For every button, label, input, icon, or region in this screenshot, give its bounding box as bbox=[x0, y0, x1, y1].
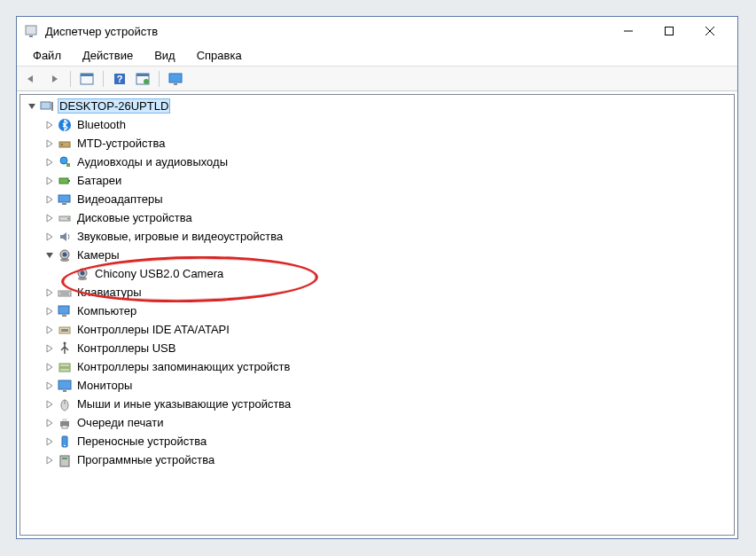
chevron-right-icon[interactable] bbox=[43, 305, 56, 317]
tree-category[interactable]: Клавиатуры bbox=[20, 283, 734, 301]
help-button[interactable]: ? bbox=[109, 69, 130, 89]
portable-icon bbox=[58, 435, 72, 449]
chevron-down-icon[interactable] bbox=[43, 249, 56, 262]
category-label: Контроллеры USB bbox=[75, 341, 177, 355]
app-icon bbox=[24, 24, 38, 38]
tree-category[interactable]: Камеры bbox=[20, 246, 734, 264]
chevron-right-icon[interactable] bbox=[43, 435, 56, 448]
chevron-right-icon[interactable] bbox=[43, 286, 56, 299]
svg-rect-23 bbox=[68, 180, 70, 182]
svg-rect-22 bbox=[59, 178, 68, 184]
svg-rect-25 bbox=[62, 203, 66, 205]
tree-category[interactable]: Очереди печати bbox=[20, 413, 734, 432]
disk-icon bbox=[58, 211, 72, 225]
chevron-right-icon[interactable] bbox=[43, 212, 56, 224]
svg-point-33 bbox=[81, 270, 85, 275]
chevron-right-icon[interactable] bbox=[43, 398, 56, 411]
chevron-right-icon[interactable] bbox=[43, 193, 56, 206]
chevron-down-icon[interactable] bbox=[26, 100, 38, 113]
svg-rect-1 bbox=[29, 35, 33, 37]
tree-category[interactable]: Батареи bbox=[20, 171, 734, 190]
tree-category[interactable]: Контроллеры запоминающих устройств bbox=[20, 357, 734, 376]
svg-rect-54 bbox=[62, 458, 67, 459]
category-label: Программные устройства bbox=[75, 453, 216, 466]
chevron-right-icon[interactable] bbox=[43, 324, 56, 336]
content-area: DESKTOP-26UPTLD BluetoothMTD-устройстваА… bbox=[17, 91, 737, 538]
computer-icon bbox=[40, 99, 54, 114]
tree-root[interactable]: DESKTOP-26UPTLD bbox=[20, 97, 734, 115]
svg-rect-15 bbox=[41, 102, 51, 109]
svg-rect-13 bbox=[169, 74, 182, 82]
svg-rect-45 bbox=[63, 390, 66, 392]
svg-rect-21 bbox=[66, 163, 70, 167]
tree-category[interactable]: Bluetooth bbox=[20, 115, 734, 134]
mtd-icon bbox=[58, 137, 72, 151]
device-manager-window: Диспетчер устройств Файл Действие Вид Сп… bbox=[16, 16, 738, 539]
root-label: DESKTOP-26UPTLD bbox=[58, 98, 170, 114]
category-label: Очереди печати bbox=[75, 416, 166, 429]
menu-file[interactable]: Файл bbox=[24, 47, 70, 64]
tree-category[interactable]: Контроллеры IDE ATA/ATAPI bbox=[20, 320, 734, 339]
close-button[interactable] bbox=[690, 18, 730, 44]
tree-category[interactable]: Программные устройства bbox=[20, 450, 734, 469]
chevron-right-icon[interactable] bbox=[43, 454, 56, 466]
tree-category[interactable]: Аудиовходы и аудиовыходы bbox=[20, 153, 734, 171]
category-label: Клавиатуры bbox=[75, 286, 144, 299]
svg-rect-34 bbox=[58, 291, 71, 296]
tree-category[interactable]: Компьютер bbox=[20, 301, 734, 320]
toolbar-separator bbox=[70, 71, 71, 87]
svg-rect-38 bbox=[62, 315, 66, 317]
show-hidden-button[interactable] bbox=[76, 69, 97, 89]
chevron-right-icon[interactable] bbox=[43, 175, 56, 187]
chevron-right-icon[interactable] bbox=[43, 361, 56, 373]
menubar: Файл Действие Вид Справка bbox=[17, 45, 737, 67]
ide-icon bbox=[58, 323, 72, 337]
svg-text:?: ? bbox=[117, 74, 123, 84]
tree-category[interactable]: Звуковые, игровые и видеоустройства bbox=[20, 227, 734, 246]
titlebar: Диспетчер устройств bbox=[17, 17, 737, 45]
tree-category[interactable]: Дисковые устройства bbox=[20, 208, 734, 227]
menu-view[interactable]: Вид bbox=[145, 47, 184, 64]
chevron-right-icon[interactable] bbox=[43, 342, 56, 355]
tree-category[interactable]: Контроллеры USB bbox=[20, 339, 734, 357]
maximize-button[interactable] bbox=[649, 18, 690, 44]
svg-rect-49 bbox=[62, 419, 67, 421]
svg-rect-42 bbox=[59, 364, 70, 367]
chevron-right-icon[interactable] bbox=[43, 137, 56, 150]
chevron-right-icon[interactable] bbox=[43, 417, 56, 429]
bluetooth-icon bbox=[58, 118, 72, 132]
chevron-right-icon[interactable] bbox=[43, 231, 56, 243]
camera-icon bbox=[75, 267, 90, 281]
category-label: Батареи bbox=[75, 174, 123, 187]
svg-rect-53 bbox=[60, 456, 69, 466]
printer-icon bbox=[58, 416, 72, 430]
menu-help[interactable]: Справка bbox=[188, 47, 251, 64]
svg-rect-52 bbox=[64, 445, 66, 446]
tree-category[interactable]: Переносные устройства bbox=[20, 432, 734, 450]
back-button[interactable] bbox=[20, 69, 42, 89]
chevron-right-icon[interactable] bbox=[43, 380, 56, 392]
monitor-button[interactable] bbox=[165, 69, 186, 89]
software-icon bbox=[58, 453, 72, 467]
category-label: Контроллеры IDE ATA/ATAPI bbox=[75, 323, 231, 336]
chevron-right-icon[interactable] bbox=[43, 119, 56, 131]
svg-rect-16 bbox=[51, 102, 53, 111]
svg-rect-3 bbox=[666, 27, 674, 35]
tree-category[interactable]: Мыши и иные указывающие устройства bbox=[20, 395, 734, 413]
scan-hardware-button[interactable] bbox=[132, 69, 153, 89]
category-label: Звуковые, игровые и видеоустройства bbox=[75, 230, 284, 243]
device-tree[interactable]: DESKTOP-26UPTLD BluetoothMTD-устройстваА… bbox=[19, 94, 735, 536]
forward-button[interactable] bbox=[43, 69, 65, 89]
svg-rect-40 bbox=[61, 329, 68, 332]
minimize-button[interactable] bbox=[608, 18, 649, 44]
tree-device[interactable]: Chicony USB2.0 Camera bbox=[20, 264, 734, 283]
tree-category[interactable]: Видеоадаптеры bbox=[20, 190, 734, 208]
display-icon bbox=[58, 192, 72, 207]
chevron-right-icon[interactable] bbox=[43, 156, 56, 168]
battery-icon bbox=[58, 174, 72, 188]
camera-icon bbox=[58, 248, 72, 262]
tree-category[interactable]: Мониторы bbox=[20, 376, 734, 395]
tree-category[interactable]: MTD-устройства bbox=[20, 134, 734, 153]
category-label: Компьютер bbox=[75, 304, 138, 317]
menu-action[interactable]: Действие bbox=[74, 47, 142, 64]
